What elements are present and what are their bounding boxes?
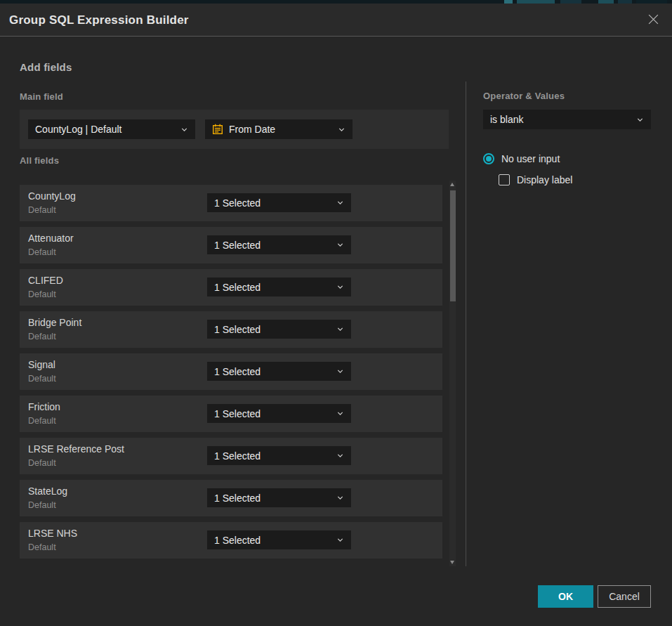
chevron-down-icon [336,452,344,459]
no-user-input-radio[interactable]: No user input [483,153,560,164]
field-row: LRSE Reference Post Default 1 Selected [20,438,442,474]
field-sublabel: Default [28,542,56,552]
field-sublabel: Default [28,289,56,299]
field-values-dropdown[interactable]: 1 Selected [207,278,351,296]
dropdown-value: 1 Selected [214,240,332,251]
field-values-dropdown[interactable]: 1 Selected [207,488,351,507]
dropdown-value: 1 Selected [214,366,332,377]
field-row: CountyLog Default 1 Selected [20,185,442,221]
panel-divider [466,81,466,566]
dropdown-value: is blank [490,114,632,125]
chevron-down-icon [336,494,344,502]
main-field-field-dropdown[interactable]: From Date [205,119,353,139]
chevron-down-icon [336,536,344,544]
dropdown-value: 1 Selected [214,282,332,293]
field-name: StateLog [28,485,67,497]
dialog-header: Group SQL Expression Builder [0,4,672,37]
list-scrollbar[interactable] [449,181,456,566]
field-sublabel: Default [28,205,56,215]
radio-selected-icon [483,153,494,164]
field-row: CLIFED Default 1 Selected [20,269,442,306]
chevron-down-icon [336,367,344,375]
field-row: Attenuator Default 1 Selected [20,227,442,263]
operator-dropdown[interactable]: is blank [483,110,651,129]
field-values-dropdown[interactable]: 1 Selected [207,235,351,254]
dropdown-value: 1 Selected [214,324,332,335]
field-name: Signal [28,359,55,370]
dropdown-value: From Date [229,124,334,135]
dropdown-value: 1 Selected [214,197,332,209]
dialog-title: Group SQL Expression Builder [9,13,189,27]
field-name: Attenuator [28,233,74,244]
chevron-down-icon [180,126,188,133]
dropdown-value: 1 Selected [214,450,332,462]
main-field-box: CountyLog | Default From Date [20,110,449,149]
no-user-input-label: No user input [501,153,560,164]
field-name: CLIFED [28,275,63,286]
field-sublabel: Default [28,416,56,426]
field-row: Bridge Point Default 1 Selected [20,311,442,348]
ok-button[interactable]: OK [538,585,593,608]
main-field-source-dropdown[interactable]: CountyLog | Default [28,119,195,139]
chevron-down-icon [336,325,344,333]
display-label-label: Display label [517,174,572,185]
field-values-dropdown[interactable]: 1 Selected [207,193,351,212]
field-name: CountyLog [28,190,76,202]
scrollbar-thumb[interactable] [450,190,456,301]
operator-values-label: Operator & Values [483,91,565,101]
field-name: Bridge Point [28,317,81,328]
close-button[interactable] [643,11,663,30]
field-row: LRSE NHS Default 1 Selected [20,522,442,559]
chevron-down-icon [338,126,345,133]
scrollbar-down-arrow-icon[interactable] [450,561,454,564]
field-values-dropdown[interactable]: 1 Selected [207,446,351,465]
field-row: StateLog Default 1 Selected [20,480,442,516]
checkbox-unchecked-icon [499,174,510,185]
field-values-dropdown[interactable]: 1 Selected [207,320,351,339]
scrollbar-up-arrow-icon[interactable] [450,183,454,186]
field-row: Friction Default 1 Selected [20,396,442,432]
chevron-down-icon [636,116,644,124]
field-row: Signal Default 1 Selected [20,353,442,390]
close-icon [647,13,659,28]
field-values-dropdown[interactable]: 1 Selected [207,362,351,381]
all-fields-list: CountyLog Default 1 Selected Attenuator … [20,185,442,564]
field-name: Friction [28,401,60,412]
chevron-down-icon [336,241,344,249]
dropdown-value: 1 Selected [214,493,332,504]
chevron-down-icon [336,283,344,291]
field-sublabel: Default [28,374,56,384]
all-fields-label: All fields [20,155,59,166]
field-values-dropdown[interactable]: 1 Selected [207,530,351,549]
dropdown-value: CountyLog | Default [35,124,176,135]
dropdown-value: 1 Selected [214,408,332,419]
cancel-button[interactable]: Cancel [598,585,651,608]
field-sublabel: Default [28,247,56,257]
chevron-down-icon [336,199,344,207]
field-values-dropdown[interactable]: 1 Selected [207,404,351,423]
display-label-checkbox[interactable]: Display label [499,174,572,185]
field-name: LRSE NHS [28,528,77,539]
chevron-down-icon [336,410,344,417]
field-sublabel: Default [28,458,56,468]
group-sql-expression-builder-dialog: Group SQL Expression Builder Add fields … [0,0,672,626]
field-sublabel: Default [28,500,56,510]
add-fields-heading: Add fields [20,61,72,73]
dropdown-value: 1 Selected [214,535,332,546]
main-field-label: Main field [20,91,63,102]
field-sublabel: Default [28,332,56,341]
calendar-date-icon [212,124,223,135]
field-name: LRSE Reference Post [28,443,124,455]
